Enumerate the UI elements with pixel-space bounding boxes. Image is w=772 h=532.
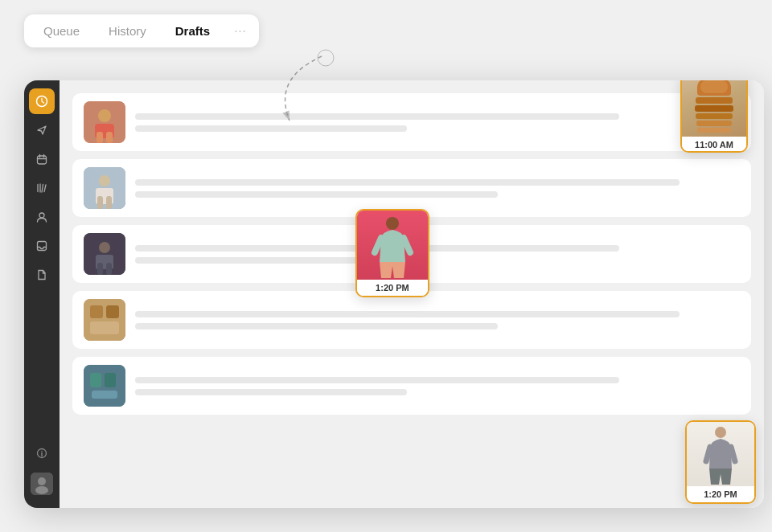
float-card-1-image <box>682 80 746 137</box>
svg-point-4 <box>39 213 44 218</box>
svg-rect-31 <box>105 373 116 387</box>
table-row[interactable] <box>72 357 751 415</box>
sidebar-icon-info[interactable] <box>29 440 55 466</box>
table-row[interactable] <box>72 291 751 349</box>
svg-point-16 <box>99 175 110 186</box>
svg-point-33 <box>386 217 399 230</box>
post-thumbnail-2 <box>84 167 125 209</box>
sidebar-icon-clock[interactable] <box>29 88 55 114</box>
tab-more[interactable]: ··· <box>234 23 246 39</box>
tab-bar: Queue History Drafts ··· <box>24 14 259 47</box>
sidebar <box>24 80 60 508</box>
sidebar-icon-document[interactable] <box>29 262 55 288</box>
svg-rect-25 <box>84 299 125 341</box>
svg-point-34 <box>715 427 726 438</box>
post-line <box>135 113 619 120</box>
sidebar-icon-send[interactable] <box>29 117 55 143</box>
float-card-3-time: 1:20 PM <box>687 486 754 502</box>
post-line <box>135 323 498 329</box>
float-card-2-time: 1:20 PM <box>357 280 428 296</box>
content-area: 11:00 AM <box>60 80 764 508</box>
post-thumbnail-3 <box>84 233 125 275</box>
svg-rect-32 <box>92 391 117 399</box>
post-thumbnail-5 <box>84 365 125 407</box>
post-line <box>135 377 619 383</box>
post-line <box>135 125 407 132</box>
svg-rect-29 <box>84 365 125 407</box>
svg-rect-13 <box>96 132 103 143</box>
tab-drafts[interactable]: Drafts <box>169 21 216 41</box>
post-lines-1 <box>135 113 740 132</box>
post-lines-2 <box>135 179 740 198</box>
float-card-3[interactable]: 1:20 PM <box>685 420 756 504</box>
svg-rect-18 <box>97 196 103 209</box>
svg-rect-14 <box>106 132 113 143</box>
sidebar-icon-calendar[interactable] <box>29 146 55 172</box>
post-line <box>135 191 498 198</box>
post-thumbnail-1 <box>84 101 125 143</box>
tab-history[interactable]: History <box>102 21 153 41</box>
avatar[interactable] <box>31 473 53 495</box>
svg-rect-24 <box>106 263 112 275</box>
float-card-1[interactable]: 11:00 AM <box>680 80 748 153</box>
sidebar-icon-inbox[interactable] <box>29 233 55 259</box>
post-thumbnail-4 <box>84 299 125 341</box>
svg-point-9 <box>35 486 48 494</box>
float-card-2-image <box>357 211 428 280</box>
post-lines-3 <box>135 245 740 264</box>
post-line <box>135 311 680 317</box>
post-lines-5 <box>135 377 740 395</box>
svg-rect-3 <box>38 156 47 164</box>
svg-rect-26 <box>90 305 103 318</box>
table-row[interactable] <box>72 93 751 151</box>
post-lines-4 <box>135 311 740 329</box>
tab-queue[interactable]: Queue <box>37 21 86 41</box>
app-window: 11:00 AM <box>24 80 764 508</box>
post-line <box>135 179 680 186</box>
svg-point-8 <box>38 477 46 485</box>
svg-rect-23 <box>97 263 103 275</box>
svg-point-11 <box>98 109 111 122</box>
sidebar-icon-library[interactable] <box>29 175 55 201</box>
float-card-3-image <box>687 422 754 486</box>
sidebar-icon-profile[interactable] <box>29 204 55 230</box>
svg-rect-30 <box>90 373 101 387</box>
float-card-2[interactable]: 1:20 PM <box>355 209 429 297</box>
svg-rect-19 <box>106 196 112 209</box>
float-card-1-time: 11:00 AM <box>682 137 746 153</box>
svg-point-21 <box>99 242 110 253</box>
svg-rect-28 <box>90 321 119 334</box>
svg-rect-27 <box>106 305 119 318</box>
svg-point-1 <box>318 50 334 66</box>
post-line <box>135 389 407 395</box>
